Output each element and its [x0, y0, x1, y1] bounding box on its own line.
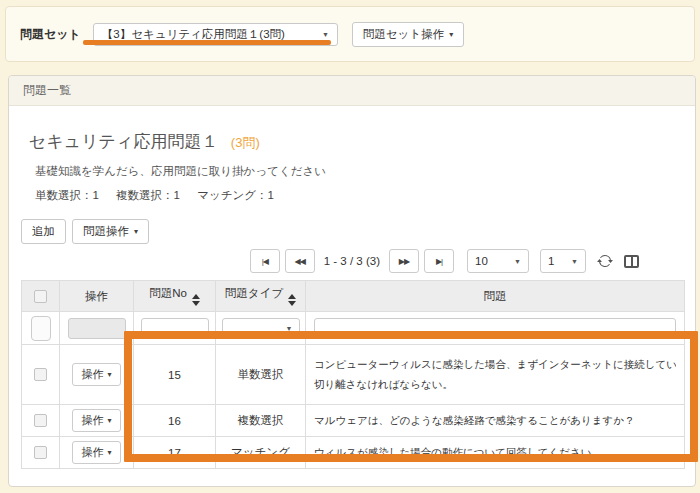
- page-title: セキュリティ応用問題１: [29, 132, 218, 151]
- chevron-down-icon: ▼: [286, 325, 293, 332]
- question-set-description: 基礎知識を学んだら、応用問題に取り掛かってください: [35, 164, 685, 179]
- row-checkbox[interactable]: [34, 446, 47, 459]
- count-matching: マッチング：1: [197, 189, 274, 201]
- question-type-cell: 複数選択: [216, 405, 306, 437]
- table-row: 操作 ▾ 16 複数選択 マルウェアは、どのような感染経路で感染することがありま…: [22, 405, 685, 437]
- col-question-type-label: 問題タイプ: [225, 287, 283, 299]
- first-page-button[interactable]: |◀: [250, 249, 280, 273]
- question-text-cell: マルウェアは、どのような感染経路で感染することがありますか？: [306, 405, 685, 437]
- question-type-cell: 単数選択: [216, 345, 306, 405]
- pagination-range: 1 - 3 / 3 (3): [324, 255, 380, 267]
- table-row: 操作 ▾ 17 マッチング ウィルスが感染した場合の動作について回答してください…: [22, 437, 685, 469]
- filter-question-type-select[interactable]: ▼: [222, 318, 300, 339]
- question-text-line: マルウェアは、どのような感染経路で感染することがありますか？: [314, 411, 676, 431]
- panel-body: セキュリティ応用問題１ (3問) 基礎知識を学んだら、応用問題に取り掛かってくだ…: [9, 106, 695, 479]
- question-table: 操作 問題No 問題タイプ 問題 ▼: [21, 280, 685, 469]
- question-set-label: 問題セット: [20, 26, 81, 43]
- type-counts: 単数選択：1 複数選択：1 マッチング：1: [35, 188, 685, 203]
- row-operations-button[interactable]: 操作 ▾: [72, 409, 120, 432]
- question-text-line: コンピューターウィルスに感染した場合、まずインターネットに接続しているネッ: [314, 355, 676, 375]
- row-checkbox[interactable]: [34, 368, 47, 381]
- columns-icon: [624, 255, 639, 268]
- question-no-cell: 17: [134, 437, 216, 469]
- question-text-cell: ウィルスが感染した場合の動作について回答してください。: [306, 437, 685, 469]
- question-set-select-value: 【3】セキュリティ応用問題１(3問): [102, 27, 285, 42]
- question-no-cell: 15: [134, 345, 216, 405]
- caret-down-icon: ▾: [107, 416, 111, 425]
- filter-row: ▼: [22, 312, 685, 345]
- toolbar: 追加 問題操作 ▾: [21, 219, 685, 244]
- page-number-select[interactable]: 1 ▼: [540, 249, 586, 273]
- question-text-cell: コンピューターウィルスに感染した場合、まずインターネットに接続しているネッ 切り…: [306, 345, 685, 405]
- col-header-checkbox: [22, 281, 60, 312]
- filter-question-input[interactable]: [314, 318, 677, 339]
- pagination: |◀ ◀◀ 1 - 3 / 3 (3) ▶▶ ▶| 10 ▼ 1 ▼: [21, 247, 639, 275]
- title-row: セキュリティ応用問題１ (3問): [29, 130, 685, 153]
- caret-down-icon: ▾: [449, 30, 453, 39]
- sort-icon[interactable]: [192, 294, 200, 306]
- count-single: 単数選択：1: [35, 189, 99, 201]
- page-size-value: 10: [475, 255, 488, 267]
- refresh-button[interactable]: [597, 253, 613, 269]
- filter-operations-input: [68, 318, 126, 339]
- count-multi: 複数選択：1: [116, 189, 180, 201]
- question-text-line: ウィルスが感染した場合の動作について回答してください。: [314, 443, 676, 463]
- page-size-select[interactable]: 10 ▼: [467, 249, 529, 273]
- table-row: 操作 ▾ 15 単数選択 コンピューターウィルスに感染した場合、まずインターネッ…: [22, 345, 685, 405]
- question-text-line: 切り離さなければならない。: [314, 375, 676, 395]
- caret-down-icon: ▾: [107, 448, 111, 457]
- row-operations-button[interactable]: 操作 ▾: [72, 363, 120, 386]
- panel-header: 問題一覧: [9, 76, 695, 106]
- col-header-question: 問題: [306, 281, 685, 312]
- col-header-question-no[interactable]: 問題No: [134, 281, 216, 312]
- row-operations-button[interactable]: 操作 ▾: [72, 441, 120, 464]
- caret-down-icon: ▾: [107, 370, 111, 379]
- caret-down-icon: ▾: [134, 227, 138, 236]
- question-set-bar: 問題セット 【3】セキュリティ応用問題１(3問) ▼ 問題セット操作 ▾: [5, 6, 695, 62]
- row-operations-label: 操作: [81, 413, 103, 428]
- toggle-columns-button[interactable]: [624, 255, 639, 268]
- prev-page-button[interactable]: ◀◀: [285, 249, 315, 273]
- row-checkbox[interactable]: [34, 414, 47, 427]
- question-list-panel: 問題一覧 セキュリティ応用問題１ (3問) 基礎知識を学んだら、応用問題に取り掛…: [8, 75, 696, 487]
- question-type-cell: マッチング: [216, 437, 306, 469]
- row-operations-label: 操作: [81, 445, 103, 460]
- select-all-checkbox[interactable]: [34, 290, 47, 303]
- add-button[interactable]: 追加: [21, 219, 66, 244]
- chevron-down-icon: ▼: [322, 31, 329, 38]
- filter-checkbox-box: [31, 316, 51, 341]
- col-question-no-label: 問題No: [149, 287, 187, 299]
- refresh-icon: [597, 253, 613, 269]
- question-operations-button[interactable]: 問題操作 ▾: [72, 219, 149, 244]
- page-number-value: 1: [548, 255, 554, 267]
- next-page-button[interactable]: ▶▶: [389, 249, 419, 273]
- col-header-operations: 操作: [60, 281, 134, 312]
- question-operations-label: 問題操作: [83, 224, 129, 239]
- row-operations-label: 操作: [81, 367, 103, 382]
- question-set-operations-button[interactable]: 問題セット操作 ▾: [352, 22, 464, 47]
- last-page-button[interactable]: ▶|: [424, 249, 454, 273]
- chevron-down-icon: ▼: [571, 258, 578, 265]
- col-header-question-type[interactable]: 問題タイプ: [216, 281, 306, 312]
- question-no-cell: 16: [134, 405, 216, 437]
- question-set-select[interactable]: 【3】セキュリティ応用問題１(3問) ▼: [93, 23, 338, 46]
- question-set-operations-label: 問題セット操作: [363, 27, 444, 42]
- question-count-badge: (3問): [231, 135, 260, 150]
- table-header-row: 操作 問題No 問題タイプ 問題: [22, 281, 685, 312]
- sort-icon[interactable]: [288, 294, 296, 306]
- chevron-down-icon: ▼: [514, 258, 521, 265]
- filter-question-no-input[interactable]: [141, 318, 209, 339]
